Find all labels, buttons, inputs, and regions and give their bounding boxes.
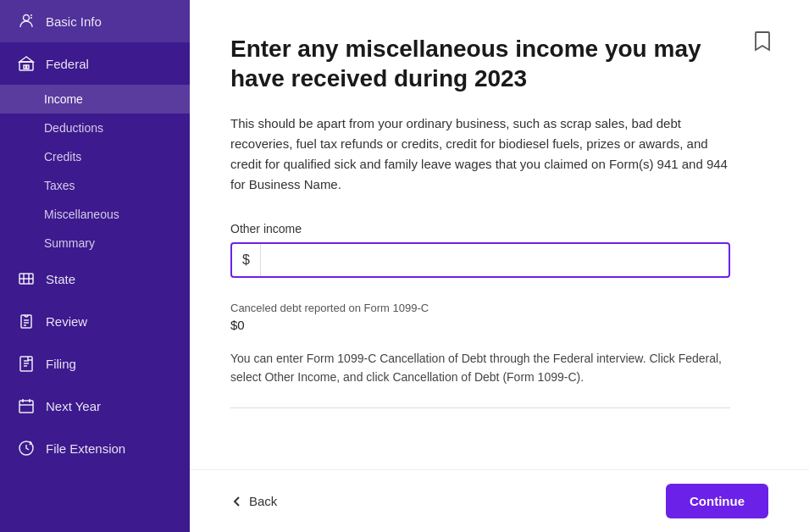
sidebar-label-federal: Federal	[46, 57, 89, 71]
content-area: Enter any miscellaneous income you may h…	[190, 0, 809, 469]
sidebar-item-review[interactable]: Review	[0, 300, 190, 342]
svg-rect-4	[24, 65, 26, 69]
svg-rect-15	[19, 401, 33, 413]
building-icon	[17, 54, 36, 73]
info-text: You can enter Form 1099-C Cancellation o…	[230, 349, 730, 387]
sidebar-item-basic-info[interactable]: Basic Info	[0, 0, 190, 42]
other-income-input[interactable]	[261, 244, 729, 276]
sidebar-sub-label-deductions: Deductions	[44, 121, 103, 135]
canceled-debt-label: Canceled debt reported on Form 1099-C	[230, 302, 768, 314]
back-label: Back	[249, 494, 277, 508]
clipboard-icon	[17, 312, 36, 330]
canceled-debt-value: $0	[230, 318, 768, 332]
page-description: This should be apart from your ordinary …	[230, 114, 730, 195]
sidebar-label-filing: Filing	[46, 357, 76, 371]
divider	[230, 407, 730, 408]
sidebar-sub-taxes[interactable]: Taxes	[0, 171, 190, 200]
sidebar-label-next-year: Next Year	[46, 399, 101, 413]
sidebar-sub-label-misc: Miscellaneous	[44, 208, 119, 221]
calendar-icon	[17, 396, 36, 415]
sidebar-label-file-extension: File Extension	[46, 441, 125, 456]
field-label-other-income: Other income	[230, 222, 768, 236]
sidebar-label-basic-info: Basic Info	[46, 14, 102, 29]
sidebar-sub-credits[interactable]: Credits	[0, 142, 190, 171]
sidebar-sub-miscellaneous[interactable]: Miscellaneous	[0, 200, 190, 229]
bookmark-button[interactable]	[750, 27, 775, 56]
sidebar-sub-income[interactable]: Income	[0, 85, 190, 114]
sidebar-item-filing[interactable]: Filing	[0, 342, 190, 385]
sidebar-sub-label-summary: Summary	[44, 236, 95, 250]
sidebar-sub-label-taxes: Taxes	[44, 179, 75, 192]
chevron-left-icon	[230, 495, 244, 508]
sidebar-label-review: Review	[46, 314, 87, 329]
sidebar-sub-summary[interactable]: Summary	[0, 229, 190, 258]
sidebar-item-state[interactable]: State	[0, 258, 190, 300]
main-content: Enter any miscellaneous income you may h…	[190, 0, 809, 532]
sidebar-sub-deductions[interactable]: Deductions	[0, 114, 190, 142]
other-income-input-wrapper: $	[230, 242, 730, 278]
clock-icon	[17, 439, 36, 457]
page-title: Enter any miscellaneous income you may h…	[230, 34, 722, 93]
svg-point-0	[24, 15, 30, 21]
file-icon	[17, 354, 36, 373]
sidebar-label-state: State	[46, 272, 75, 286]
sidebar-item-federal[interactable]: Federal	[0, 42, 190, 85]
sidebar-sub-label-credits: Credits	[44, 150, 81, 163]
sidebar-sub-label-income: Income	[44, 92, 83, 106]
sidebar: Basic Info Federal Income Deductions Cre…	[0, 0, 190, 532]
svg-rect-5	[27, 65, 30, 69]
footer: Back Continue	[190, 469, 809, 532]
map-icon	[17, 269, 36, 288]
continue-label: Continue	[690, 494, 745, 508]
person-icon	[17, 12, 36, 30]
sidebar-item-next-year[interactable]: Next Year	[0, 385, 190, 427]
continue-button[interactable]: Continue	[666, 484, 768, 518]
sidebar-item-file-extension[interactable]: File Extension	[0, 427, 190, 469]
back-button[interactable]: Back	[230, 494, 277, 508]
currency-prefix: $	[232, 244, 261, 276]
